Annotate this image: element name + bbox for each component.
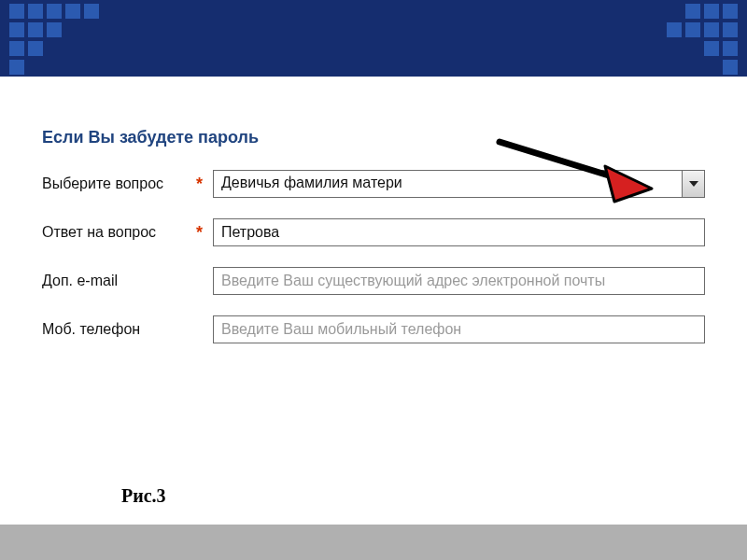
row-answer: Ответ на вопрос *: [42, 218, 705, 246]
figure-caption: Рис.3: [121, 485, 166, 507]
footer-strip: [0, 525, 747, 560]
label-mobile: Моб. телефон: [42, 321, 196, 338]
mobile-input[interactable]: [213, 315, 705, 343]
answer-input[interactable]: [213, 218, 705, 246]
question-select[interactable]: Девичья фамилия матери: [213, 170, 705, 198]
required-mark-question: *: [196, 175, 213, 194]
label-answer: Ответ на вопрос: [42, 224, 196, 241]
label-question: Выберите вопрос: [42, 175, 196, 192]
dropdown-toggle-button[interactable]: [682, 171, 704, 197]
required-mark-answer: *: [196, 223, 213, 243]
password-recovery-form: Если Вы забудете пароль Выберите вопрос …: [42, 128, 705, 343]
row-alt-email: Доп. e-mail: [42, 267, 705, 295]
row-question: Выберите вопрос * Девичья фамилия матери: [42, 170, 705, 198]
question-select-value: Девичья фамилия матери: [214, 171, 682, 197]
label-alt-email: Доп. e-mail: [42, 273, 196, 289]
section-title: Если Вы забудете пароль: [42, 128, 705, 147]
row-mobile: Моб. телефон: [42, 315, 705, 343]
chevron-down-icon: [689, 181, 698, 187]
header-banner: [0, 0, 747, 77]
alt-email-input[interactable]: [213, 267, 705, 295]
